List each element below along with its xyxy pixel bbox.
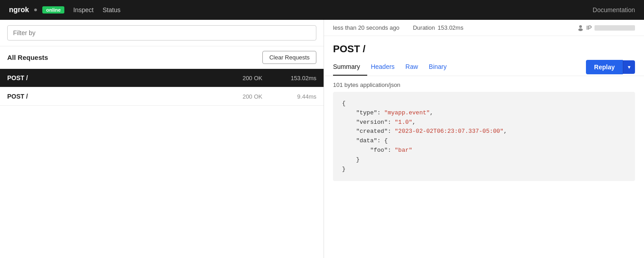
meta-duration: Duration 153.02ms [413, 24, 463, 31]
person-icon [577, 25, 584, 31]
clear-requests-button[interactable]: Clear Requests [262, 51, 316, 64]
right-panel: less than 20 seconds ago Duration 153.02… [324, 20, 644, 258]
dot-separator [34, 9, 37, 11]
meta-time: less than 20 seconds ago [333, 24, 399, 31]
filter-bar [0, 20, 324, 46]
main-layout: All Requests Clear Requests POST / 200 O… [0, 20, 644, 258]
ip-label: IP [586, 24, 592, 31]
tab-raw[interactable]: Raw [405, 59, 425, 76]
detail-title: POST / [324, 36, 644, 59]
left-panel: All Requests Clear Requests POST / 200 O… [0, 20, 324, 258]
replay-button[interactable]: Replay [586, 60, 623, 74]
tab-summary[interactable]: Summary [333, 59, 367, 76]
table-row[interactable]: POST / 200 OK 9.44ms [0, 87, 324, 106]
table-row[interactable]: POST / 200 OK 153.02ms [0, 69, 324, 87]
nav-inspect[interactable]: Inspect [73, 6, 94, 14]
request-status: 200 OK [243, 75, 262, 81]
tab-headers[interactable]: Headers [371, 59, 402, 76]
ip-value-bar [594, 25, 635, 31]
replay-chevron-button[interactable]: ▾ [623, 60, 635, 74]
requests-title: All Requests [7, 54, 262, 61]
svg-point-0 [579, 25, 582, 28]
json-body: { "type": "myapp.event", "version": "1.0… [333, 92, 635, 181]
requests-header: All Requests Clear Requests [0, 46, 324, 69]
request-method: POST / [7, 93, 243, 100]
replay-button-group: Replay ▾ [586, 60, 635, 74]
request-method: POST / [7, 74, 243, 81]
brand-logo: ngrok [9, 6, 29, 14]
status-badge: online [42, 6, 64, 14]
request-duration: 9.44ms [280, 93, 316, 100]
filter-input[interactable] [7, 25, 316, 41]
nav-status[interactable]: Status [103, 6, 121, 14]
navbar: ngrok online Inspect Status Documentatio… [0, 0, 644, 20]
duration-value: 153.02ms [438, 24, 464, 31]
svg-point-1 [578, 28, 583, 31]
meta-ip: IP [577, 24, 635, 31]
tab-binary[interactable]: Binary [429, 59, 454, 76]
nav-documentation[interactable]: Documentation [593, 6, 635, 14]
tabs-row: Summary Headers Raw Binary Replay ▾ [324, 59, 644, 76]
duration-label: Duration [413, 24, 435, 31]
detail-meta: less than 20 seconds ago Duration 153.02… [324, 20, 644, 36]
request-duration: 153.02ms [280, 75, 316, 81]
content-type-label: 101 bytes application/json [324, 76, 644, 92]
request-list: POST / 200 OK 153.02ms POST / 200 OK 9.4… [0, 69, 324, 258]
request-status: 200 OK [243, 93, 262, 100]
